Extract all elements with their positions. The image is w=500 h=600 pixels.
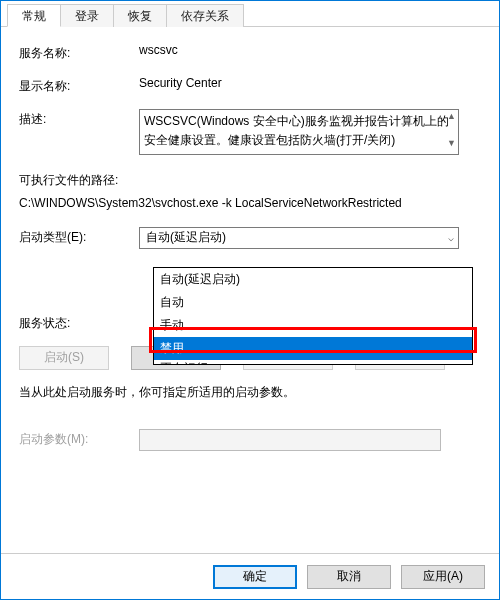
startup-type-label: 启动类型(E): <box>19 227 139 246</box>
dropdown-opt-auto[interactable]: 自动 <box>154 291 472 314</box>
description-scroll[interactable]: ▲ ▼ <box>447 112 456 148</box>
service-name-value: wscsvc <box>139 43 481 57</box>
tab-dependencies[interactable]: 依存关系 <box>166 4 244 27</box>
properties-dialog: 常规 登录 恢复 依存关系 服务名称: wscsvc 显示名称: Securit… <box>0 0 500 600</box>
service-status-label: 服务状态: <box>19 313 139 332</box>
display-name-label: 显示名称: <box>19 76 139 95</box>
chevron-down-icon: ⌵ <box>448 232 454 243</box>
dropdown-opt-disabled[interactable]: 禁用 <box>154 337 472 360</box>
exe-path-label: 可执行文件的路径: <box>19 169 481 192</box>
tab-content: 服务名称: wscsvc 显示名称: Security Center 描述: W… <box>1 27 499 475</box>
dropdown-opt-cut[interactable]: 正在运行 <box>154 360 472 364</box>
ok-button[interactable]: 确定 <box>213 565 297 589</box>
startup-type-value: 自动(延迟启动) <box>146 229 226 246</box>
exe-path-value: C:\WINDOWS\System32\svchost.exe -k Local… <box>19 192 481 215</box>
dropdown-opt-auto-delayed[interactable]: 自动(延迟启动) <box>154 268 472 291</box>
description-label: 描述: <box>19 109 139 128</box>
description-text: WSCSVC(Windows 安全中心)服务监视并报告计算机上的安全健康设置。健… <box>144 114 449 147</box>
cancel-button[interactable]: 取消 <box>307 565 391 589</box>
tab-recovery[interactable]: 恢复 <box>113 4 167 27</box>
description-box[interactable]: WSCSVC(Windows 安全中心)服务监视并报告计算机上的安全健康设置。健… <box>139 109 459 155</box>
startup-params-label: 启动参数(M): <box>19 429 139 448</box>
dialog-footer: 确定 取消 应用(A) <box>1 553 499 599</box>
start-button: 启动(S) <box>19 346 109 370</box>
service-name-label: 服务名称: <box>19 43 139 62</box>
startup-params-input <box>139 429 441 451</box>
tab-strip: 常规 登录 恢复 依存关系 <box>1 3 499 27</box>
scroll-down-icon[interactable]: ▼ <box>447 139 456 148</box>
dropdown-opt-manual[interactable]: 手动 <box>154 314 472 337</box>
display-name-value: Security Center <box>139 76 481 90</box>
tab-general[interactable]: 常规 <box>7 4 61 27</box>
tab-logon[interactable]: 登录 <box>60 4 114 27</box>
startup-type-dropdown[interactable]: 自动(延迟启动) 自动 手动 禁用 正在运行 <box>153 267 473 365</box>
startup-type-combo[interactable]: 自动(延迟启动) ⌵ <box>139 227 459 249</box>
startup-hint: 当从此处启动服务时，你可指定所适用的启动参数。 <box>19 384 481 401</box>
scroll-up-icon[interactable]: ▲ <box>447 112 456 121</box>
apply-button[interactable]: 应用(A) <box>401 565 485 589</box>
